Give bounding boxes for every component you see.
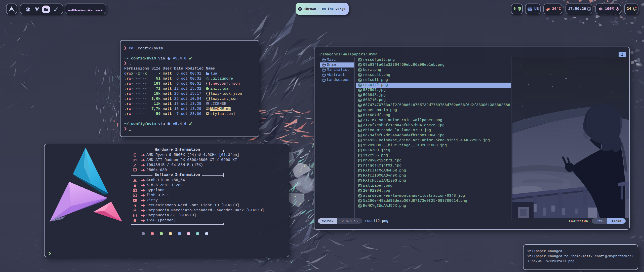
- svg-text:A: A: [134, 203, 136, 207]
